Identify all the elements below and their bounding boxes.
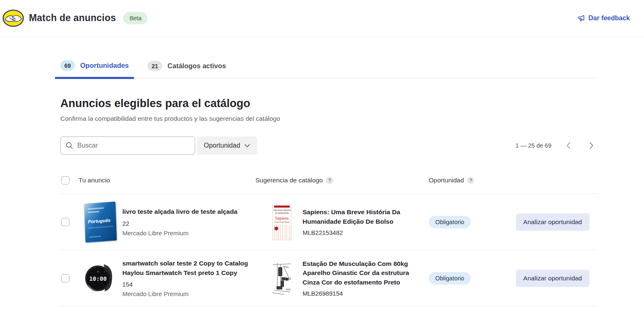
chevron-down-icon xyxy=(244,144,250,148)
opportunity-cell: Obligatorio xyxy=(429,272,497,285)
pagination: 1 — 25 de 69 xyxy=(515,139,597,152)
listing-image: 10:00 xyxy=(79,262,122,295)
listing-info: smartwatch solar teste 2 Copy to Catalog… xyxy=(122,259,261,297)
analyze-opportunity-button[interactable]: Analizar oportunidad xyxy=(516,213,589,231)
megaphone-icon xyxy=(577,14,585,22)
suggestion-title: Estação De Musculação Com 80kg Aparelho … xyxy=(303,259,429,287)
column-header-catalog-suggestion: Sugerencia de catálogo ? xyxy=(255,177,429,184)
tab-label: Catálogos activos xyxy=(167,62,226,70)
gym-station-image xyxy=(272,261,292,295)
table-row: 10:00 smartwatch solar teste 2 Copy to C… xyxy=(60,250,597,306)
chevron-right-icon xyxy=(588,142,594,149)
chevron-left-icon xyxy=(565,142,572,149)
beta-badge: Beta xyxy=(123,12,148,24)
suggestion-info: Estação De Musculação Com 80kg Aparelho … xyxy=(303,259,429,297)
app-title: Match de anuncios xyxy=(29,12,116,24)
page-title: Anuncios elegibles para el catálogo xyxy=(60,97,597,110)
smartwatch-product-image: 10:00 xyxy=(84,262,117,295)
pagination-range: 1 — 25 de 69 xyxy=(515,142,551,149)
column-header-opportunity: Oportunidad ? xyxy=(429,177,497,184)
suggestion-image: Uma breve história da humanidade Sapiens… xyxy=(261,204,303,240)
suggestion-code: MLB26989154 xyxy=(303,290,429,297)
prev-page-button[interactable] xyxy=(563,139,574,152)
listing-type: Mercado Libre Premium xyxy=(122,290,261,297)
svg-text:10:00: 10:00 xyxy=(89,275,107,282)
help-icon[interactable]: ? xyxy=(326,177,333,184)
tab-bar: 69 Oportunidades 21 Catálogos activos xyxy=(55,60,597,78)
suggestion-code: MLB22153482 xyxy=(303,229,429,236)
search-box[interactable] xyxy=(60,136,195,155)
suggestion-title: Sapiens: Uma Breve História Da Humanidad… xyxy=(303,208,429,226)
listing-image: Português xyxy=(79,203,122,241)
listing-quantity: 22 xyxy=(122,220,261,227)
sapiens-cover-image: Uma breve história da humanidade Sapiens… xyxy=(272,204,291,240)
tab-label: Oportunidades xyxy=(80,62,129,69)
opportunity-filter-dropdown[interactable]: Oportunidad xyxy=(197,136,257,155)
controls-row: Oportunidad 1 — 25 de 69 xyxy=(60,136,597,155)
select-all-checkbox[interactable] xyxy=(61,176,69,184)
app-header: Match de anuncios Beta Dar feedback xyxy=(0,0,644,36)
feedback-link[interactable]: Dar feedback xyxy=(577,14,630,22)
table-header: Tu anuncio Sugerencia de catálogo ? Opor… xyxy=(60,176,597,194)
listing-title: livro teste alçada livro de teste alçada xyxy=(122,207,261,216)
feedback-label: Dar feedback xyxy=(589,14,630,22)
listing-title: smartwatch solar teste 2 Copy to Catalog… xyxy=(122,259,261,277)
suggestion-info: Sapiens: Uma Breve História Da Humanidad… xyxy=(303,208,429,236)
tab-catalogos-activos[interactable]: 21 Catálogos activos xyxy=(142,60,231,78)
listing-quantity: 154 xyxy=(122,281,261,288)
page-subtitle: Confirma la compatibilidad entre tus pro… xyxy=(60,115,597,122)
row-checkbox[interactable] xyxy=(61,218,69,226)
next-page-button[interactable] xyxy=(586,139,597,152)
search-icon xyxy=(66,142,73,149)
tab-oportunidades[interactable]: 69 Oportunidades xyxy=(55,60,134,79)
suggestion-image xyxy=(261,261,303,295)
search-input[interactable] xyxy=(77,142,190,149)
tab-count-badge: 69 xyxy=(60,60,75,71)
listing-info: livro teste alçada livro de teste alçada… xyxy=(122,207,261,236)
opportunity-cell: Obligatorio xyxy=(429,216,497,228)
mercadolibre-logo-icon xyxy=(2,9,24,27)
column-header-your-listing: Tu anuncio xyxy=(79,177,261,184)
help-icon[interactable]: ? xyxy=(467,177,474,184)
analyze-opportunity-button[interactable]: Analizar oportunidad xyxy=(516,270,589,287)
opportunity-badge: Obligatorio xyxy=(429,216,471,228)
book-product-image: Português xyxy=(84,201,117,242)
row-checkbox[interactable] xyxy=(61,274,69,282)
opportunity-badge: Obligatorio xyxy=(429,272,471,285)
tab-count-badge: 21 xyxy=(148,61,162,71)
table-row: Português livro teste alçada livro de te… xyxy=(60,194,597,250)
filter-label: Oportunidad xyxy=(204,142,240,149)
listing-type: Mercado Libre Premium xyxy=(122,230,261,237)
